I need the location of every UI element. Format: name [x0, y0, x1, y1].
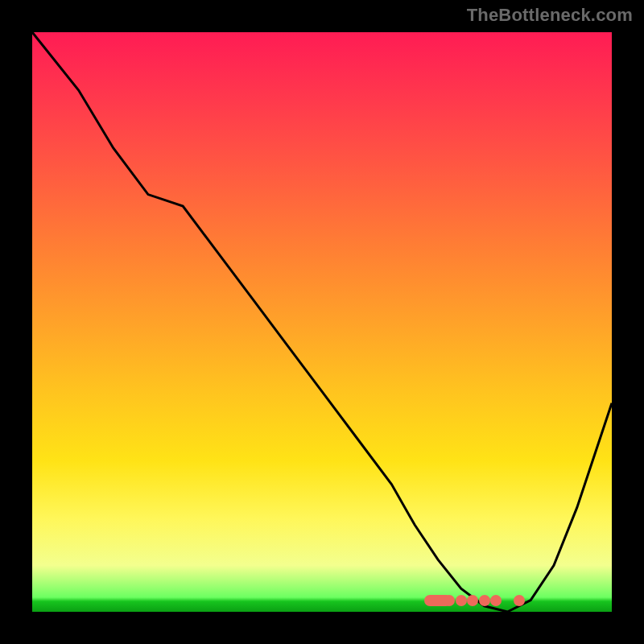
watermark-label: TheBottleneck.com: [467, 5, 633, 26]
chart-frame: TheBottleneck.com: [0, 0, 644, 644]
curve-path: [32, 32, 612, 612]
bottleneck-curve: [32, 32, 612, 612]
plot-area: [32, 32, 612, 612]
